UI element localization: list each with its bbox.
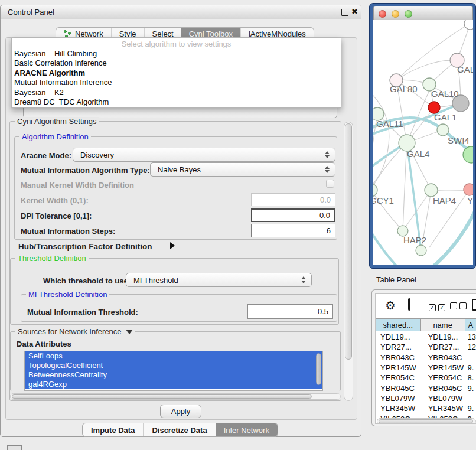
dropdown-item[interactable]: Dream8 DC_TDC Algorithm — [12, 97, 341, 107]
column-header[interactable]: name — [421, 319, 465, 331]
dropdown-item[interactable]: Bayesian – Hill Climbing — [12, 49, 341, 58]
table-panel-window: ⚙ ✓ ✓ shared...nameA YDL19...YDL19...13Y… — [371, 289, 476, 426]
gear-icon[interactable]: ⚙ — [385, 298, 396, 312]
table-hscroll-thumb[interactable] — [379, 419, 473, 423]
network-node-hap4[interactable] — [425, 184, 438, 197]
attributes-vertical-scrollbar[interactable] — [316, 353, 321, 385]
network-node[interactable] — [463, 146, 473, 163]
table-cell: YER054C — [376, 373, 421, 382]
table-cell: YBR043C — [376, 353, 421, 362]
zoom-traffic-light-icon[interactable] — [405, 10, 412, 18]
table-row[interactable]: YBR045CYBR045C9. — [376, 383, 476, 393]
mi-type-select[interactable]: Naive Bayes — [150, 162, 335, 177]
dropdown-item[interactable]: ARACNE Algorithm — [12, 69, 341, 78]
dropdown-item[interactable]: Mutual Information Inference — [12, 78, 341, 87]
table-cell: 9. — [465, 404, 476, 413]
maximize-icon[interactable] — [341, 9, 348, 16]
apply-button[interactable]: Apply — [160, 405, 201, 418]
table-row[interactable]: YDL19...YDL19...13 — [376, 332, 476, 342]
aracne-mode-select[interactable]: Discovery — [73, 148, 335, 162]
network-node-gcy1[interactable] — [373, 184, 377, 197]
table-cell: YER054C — [421, 373, 465, 382]
network-view-window: GALGAL80GAL10GAL1GAL11SWI4GAL4GCY1HAP4YH… — [369, 3, 476, 269]
table-toolbar: ⚙ ✓ ✓ — [376, 294, 476, 318]
control-panel-titlebar[interactable]: Control Panel ✖ — [1, 5, 361, 19]
node-label: HAP4 — [433, 195, 456, 206]
columns-icon[interactable] — [408, 298, 410, 311]
deselect-all-checks-icon[interactable] — [450, 301, 467, 312]
data-attributes-list[interactable]: SelfLoopsTopologicalCoefficientBetweenne… — [24, 351, 323, 391]
mi-threshold-input[interactable]: 0.5 — [247, 304, 333, 319]
table-cell: YBR045C — [421, 384, 465, 393]
table-panel-body: ⚙ ✓ ✓ shared...nameA YDL19...YDL19...13Y… — [375, 293, 476, 424]
kernel-width-input[interactable]: 0.0 — [251, 193, 335, 206]
network-graph[interactable]: GALGAL80GAL10GAL1GAL11SWI4GAL4GCY1HAP4YH… — [373, 20, 473, 265]
select-all-checks-icon[interactable]: ✓ ✓ — [429, 301, 445, 312]
dpi-tolerance-input[interactable]: 0.0 — [251, 208, 335, 222]
node-label: GAL1 — [434, 112, 457, 122]
table-cell: YPR145W — [421, 363, 465, 372]
network-canvas[interactable]: GALGAL80GAL10GAL1GAL11SWI4GAL4GCY1HAP4YH… — [373, 20, 473, 265]
node-label: GAL11 — [376, 119, 403, 129]
attribute-item[interactable]: TopologicalCoefficient — [25, 361, 322, 370]
tab-impute-data[interactable]: Impute Data — [83, 423, 143, 436]
which-threshold-select[interactable]: MI Threshold — [126, 273, 312, 287]
table-row[interactable]: YBR043CYBR043C — [376, 353, 476, 363]
network-node[interactable] — [416, 245, 426, 256]
table-cell: YDL19... — [376, 332, 421, 341]
table-row[interactable]: YDR27...YDR27...12 — [376, 342, 476, 352]
attribute-item[interactable]: BetweennessCentrality — [25, 370, 322, 380]
hscroll-thumb[interactable] — [12, 394, 312, 399]
mi-threshold-definition-title: MI Threshold Definition — [26, 290, 109, 299]
table-row[interactable]: YPR145WYPR145W9. — [376, 363, 476, 373]
kernel-width-value: 0.0 — [320, 195, 331, 204]
settings-vertical-scrollbar[interactable] — [344, 122, 353, 401]
collapse-arrow-icon[interactable] — [126, 330, 133, 334]
table-horizontal-scrollbar[interactable] — [377, 418, 476, 424]
control-panel-window: Control Panel ✖ NetworkStyleSelectCyni T… — [0, 5, 361, 437]
column-header[interactable]: shared... — [376, 319, 421, 331]
manual-kernel-checkbox[interactable] — [326, 180, 334, 188]
network-window-titlebar[interactable] — [373, 6, 473, 20]
attribute-item[interactable]: SelfLoops — [25, 351, 322, 361]
dropdown-item[interactable]: Bayesian – K2 — [12, 88, 341, 97]
mi-steps-value: 6 — [327, 226, 331, 235]
settings-horizontal-scrollbar[interactable] — [10, 393, 341, 400]
network-edge — [396, 60, 457, 80]
table-cell: YLR345W — [421, 404, 465, 413]
cyni-settings-title: Cyni Algorithm Settings — [15, 117, 99, 126]
vscroll-thumb[interactable] — [345, 123, 352, 360]
table-panel-title: Table Panel — [376, 275, 416, 284]
table-cell: YBR045C — [376, 384, 421, 393]
network-node-swi4[interactable] — [437, 124, 449, 136]
data-attributes-label: Data Attributes — [17, 340, 71, 348]
close-icon[interactable]: ✖ — [351, 7, 358, 16]
network-node[interactable] — [464, 20, 473, 30]
new-table-icon[interactable] — [472, 299, 476, 311]
tab-infer-network[interactable]: Infer Network — [216, 423, 278, 436]
spinner-arrows-icon — [325, 165, 330, 174]
mi-type-value: Naive Bayes — [158, 165, 201, 174]
network-node-y[interactable] — [464, 184, 473, 195]
minimize-traffic-light-icon[interactable] — [392, 10, 399, 18]
column-header[interactable]: A — [465, 319, 476, 331]
mi-threshold-label: Mutual Information Threshold: — [27, 308, 138, 317]
node-label: GCY1 — [373, 195, 394, 206]
dropdown-item-list: Bayesian – Hill ClimbingBasic Correlatio… — [12, 49, 341, 107]
tab-discretize-data[interactable]: Discretize Data — [143, 423, 215, 436]
network-node-gal1[interactable] — [428, 102, 440, 113]
sources-title[interactable]: Sources for Network Inference — [15, 327, 135, 336]
close-traffic-light-icon[interactable] — [379, 10, 386, 18]
table-row[interactable]: YBL079WYBL079W — [376, 393, 476, 403]
mi-type-label: Mutual Information Algorithm Type: — [21, 166, 150, 175]
expand-arrow-icon[interactable] — [170, 242, 175, 249]
minimized-palette-icon[interactable] — [7, 445, 22, 450]
node-label: Y — [467, 195, 473, 206]
table-row[interactable]: YER054CYER054C8. — [376, 373, 476, 383]
table-row[interactable]: YLR345WYLR345W9. — [376, 403, 476, 413]
attribute-item[interactable]: gal4RGexp — [25, 380, 322, 389]
mi-steps-input[interactable]: 6 — [251, 224, 335, 237]
dropdown-item[interactable]: Basic Correlation Inference — [12, 58, 341, 68]
hub-definition-label[interactable]: Hub/Transcription Factor Definition — [18, 242, 152, 251]
node-label: SWI4 — [448, 135, 470, 145]
